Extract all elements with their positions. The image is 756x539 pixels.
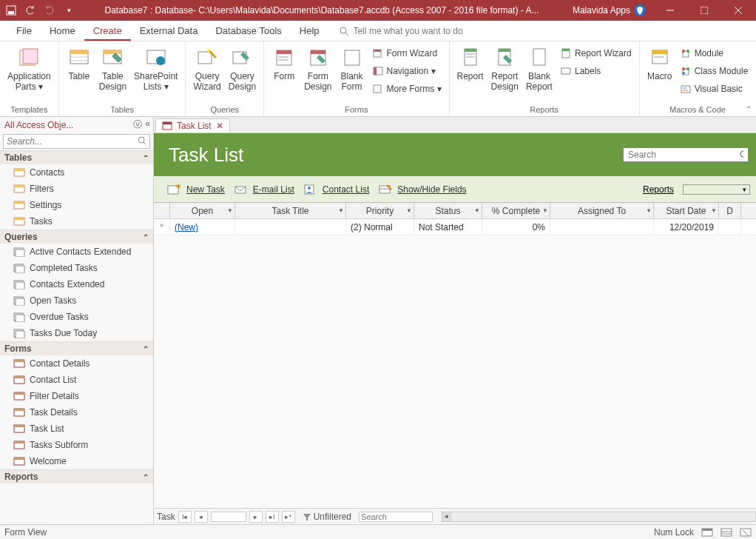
navpane-item[interactable]: Open Tasks xyxy=(0,292,153,309)
navpane-item[interactable]: Filter Details xyxy=(0,388,153,404)
action-show-hide-fields[interactable]: Show/Hide Fields xyxy=(378,184,466,195)
column-header[interactable]: D xyxy=(719,203,741,218)
report-design-button[interactable]: Report Design xyxy=(488,43,522,96)
navpane-scroll[interactable]: Tables⌃ContactsFiltersSettingsTasksQueri… xyxy=(0,150,153,524)
navpane-search[interactable] xyxy=(3,134,150,149)
qat-customize-icon[interactable]: ▾ xyxy=(61,2,77,19)
blank-report-button[interactable]: Blank Report xyxy=(523,43,556,96)
last-record-button[interactable]: ▸I xyxy=(266,511,279,523)
menu-database-tools[interactable]: Database Tools xyxy=(206,22,290,39)
redo-icon[interactable] xyxy=(41,2,58,19)
form-design-button[interactable]: Form Design xyxy=(301,43,334,96)
column-header[interactable]: Priority▼ xyxy=(346,203,414,218)
menu-create[interactable]: Create xyxy=(84,22,131,41)
form-wizard-button[interactable]: Form Wizard xyxy=(369,46,445,61)
navpane-item[interactable]: Completed Tasks xyxy=(0,260,153,276)
navpane-dropdown-icon[interactable]: ⓥ xyxy=(133,118,142,131)
datasheet-new-row[interactable]: *(New)(2) NormalNot Started0%12/20/2019 xyxy=(154,219,756,235)
collapse-ribbon-icon[interactable]: ⌃ xyxy=(746,105,752,113)
query-wizard-button[interactable]: Query Wizard xyxy=(190,43,223,96)
cell[interactable]: 0% xyxy=(482,219,550,235)
navpane-item[interactable]: Active Contacts Extended xyxy=(0,244,153,260)
column-header[interactable] xyxy=(154,203,170,218)
menu-home[interactable]: Home xyxy=(41,22,84,39)
cell[interactable]: Not Started xyxy=(414,219,482,235)
cell[interactable]: (2) Normal xyxy=(346,219,414,235)
more-forms-button[interactable]: More Forms ▾ xyxy=(369,81,445,96)
module-button[interactable]: Module xyxy=(677,46,752,61)
reports-dropdown[interactable]: ▾ xyxy=(683,184,750,195)
application-parts-button[interactable]: Application Parts ▾ xyxy=(4,43,54,96)
column-header[interactable]: Task Title▼ xyxy=(235,203,346,218)
report-button[interactable]: Report xyxy=(454,43,487,84)
form-search-input[interactable] xyxy=(628,150,739,160)
navpane-item[interactable]: Settings xyxy=(0,197,153,213)
cell[interactable]: 12/20/2019 xyxy=(654,219,719,235)
table-button[interactable]: Table xyxy=(64,43,95,84)
close-doc-tab-icon[interactable]: ✕ xyxy=(216,121,223,131)
cell[interactable] xyxy=(550,219,654,235)
visual-basic-button[interactable]: Visual Basic xyxy=(677,81,752,96)
navpane-item[interactable]: Tasks Subform xyxy=(0,437,153,453)
recordnav-search-input[interactable] xyxy=(359,512,433,522)
view-datasheet-icon[interactable] xyxy=(720,527,732,538)
prev-record-button[interactable]: ◂ xyxy=(195,511,208,523)
new-record-button[interactable]: ▸* xyxy=(282,511,295,523)
action-new-task[interactable]: ✶New Task xyxy=(167,184,225,195)
navpane-item[interactable]: Tasks xyxy=(0,213,153,230)
menu-external-data[interactable]: External Data xyxy=(131,22,207,39)
navpane-item[interactable]: Welcome xyxy=(0,453,153,469)
menu-help[interactable]: Help xyxy=(291,22,328,39)
cell[interactable] xyxy=(719,219,741,235)
first-record-button[interactable]: I◂ xyxy=(178,511,192,523)
navpane-item[interactable]: Contacts Extended xyxy=(0,276,153,292)
maximize-button[interactable] xyxy=(688,0,720,21)
navpane-item[interactable]: Task Details xyxy=(0,404,153,421)
next-record-button[interactable]: ▸ xyxy=(249,511,263,523)
action-email-list[interactable]: E-mail List xyxy=(234,184,294,195)
navpane-header[interactable]: All Access Obje... ⓥ« xyxy=(0,117,153,133)
close-button[interactable] xyxy=(722,0,755,21)
view-layout-icon[interactable] xyxy=(740,527,752,538)
column-header[interactable]: % Complete▼ xyxy=(482,203,550,218)
document-tab-task-list[interactable]: Task List ✕ xyxy=(155,118,230,133)
view-form-icon[interactable] xyxy=(701,527,713,538)
save-icon[interactable] xyxy=(3,2,19,19)
query-design-button[interactable]: Query Design xyxy=(226,43,259,96)
navigation-button[interactable]: Navigation ▾ xyxy=(369,64,445,78)
sharepoint-lists-button[interactable]: SharePoint Lists ▾ xyxy=(131,43,180,96)
datasheet[interactable]: Open▼Task Title▼Priority▼Status▼% Comple… xyxy=(154,203,756,508)
navpane-item[interactable]: Task List xyxy=(0,421,153,437)
navpane-search-input[interactable] xyxy=(4,135,135,148)
report-wizard-button[interactable]: Report Wizard xyxy=(557,46,635,61)
navpane-item[interactable]: Tasks Due Today xyxy=(0,325,153,341)
navpane-section-tables[interactable]: Tables⌃ xyxy=(0,150,153,164)
column-header[interactable]: Status▼ xyxy=(414,203,482,218)
navpane-section-queries[interactable]: Queries⌃ xyxy=(0,230,153,244)
navpane-item[interactable]: Contact List xyxy=(0,372,153,388)
navpane-item[interactable]: Filters xyxy=(0,181,153,197)
cell[interactable]: (New) xyxy=(170,219,235,235)
blank-form-button[interactable]: Blank Form xyxy=(337,43,368,96)
search-icon[interactable] xyxy=(135,135,149,148)
undo-icon[interactable] xyxy=(22,2,38,19)
column-header[interactable]: Start Date▼ xyxy=(654,203,719,218)
navpane-item[interactable]: Overdue Tasks xyxy=(0,309,153,325)
navpane-section-reports[interactable]: Reports⌃ xyxy=(0,469,153,483)
tell-me-search[interactable]: Tell me what you want to do xyxy=(339,26,463,36)
menu-file[interactable]: File xyxy=(7,22,41,39)
form-button[interactable]: Form xyxy=(269,43,300,84)
table-design-button[interactable]: Table Design xyxy=(96,43,129,96)
navpane-item[interactable]: Contact Details xyxy=(0,355,153,372)
navpane-section-forms[interactable]: Forms⌃ xyxy=(0,341,153,355)
cell[interactable]: * xyxy=(154,219,170,235)
filter-indicator[interactable]: Unfiltered xyxy=(303,512,351,522)
search-icon[interactable] xyxy=(739,150,743,160)
form-search[interactable] xyxy=(623,147,749,162)
column-header[interactable]: Open▼ xyxy=(170,203,235,218)
action-contact-list[interactable]: Contact List xyxy=(303,184,369,195)
labels-button[interactable]: Labels xyxy=(557,64,635,78)
minimize-button[interactable] xyxy=(654,0,686,21)
record-position-input[interactable] xyxy=(211,512,246,522)
cell[interactable] xyxy=(235,219,346,235)
